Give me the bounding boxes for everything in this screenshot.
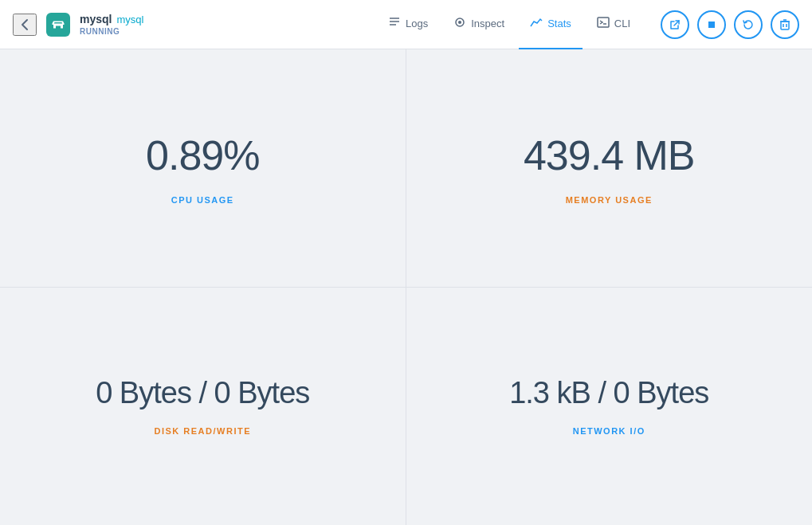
memory-usage-cell: 439.4 MB MEMORY USAGE — [406, 49, 813, 288]
open-button[interactable] — [661, 10, 689, 39]
main-content: 0.89% CPU USAGE 439.4 MB MEMORY USAGE 0 … — [0, 49, 812, 525]
cli-icon — [597, 17, 610, 30]
header: mysql mysql RUNNING Logs — [0, 0, 812, 49]
svg-rect-8 — [781, 22, 789, 29]
disk-rw-value: 0 Bytes / 0 Bytes — [96, 376, 309, 410]
svg-rect-7 — [708, 22, 715, 28]
network-io-value: 1.3 kB / 0 Bytes — [509, 376, 708, 410]
network-io-cell: 1.3 kB / 0 Bytes NETWORK I/O — [406, 288, 813, 526]
delete-button[interactable] — [771, 10, 799, 39]
tab-inspect[interactable]: Inspect — [442, 0, 516, 49]
back-button[interactable] — [13, 14, 37, 36]
memory-usage-label: MEMORY USAGE — [566, 195, 653, 205]
inspect-icon — [453, 17, 466, 30]
tab-logs[interactable]: Logs — [377, 0, 439, 49]
stats-icon — [530, 17, 543, 30]
restart-button[interactable] — [734, 10, 763, 39]
tab-cli[interactable]: CLI — [586, 0, 641, 49]
disk-rw-label: DISK READ/WRITE — [155, 426, 252, 436]
tab-stats[interactable]: Stats — [519, 0, 583, 49]
nav-tabs: Logs Inspect Stats — [377, 0, 641, 49]
stop-button[interactable] — [697, 10, 726, 39]
container-info: mysql mysql RUNNING — [80, 13, 143, 36]
action-buttons — [661, 10, 799, 39]
network-io-label: NETWORK I/O — [573, 426, 645, 436]
cpu-usage-value: 0.89% — [146, 131, 259, 179]
logs-icon — [388, 17, 401, 30]
container-name-tag: mysql — [116, 14, 143, 25]
svg-point-4 — [458, 21, 461, 24]
tab-logs-label: Logs — [406, 18, 428, 29]
disk-rw-cell: 0 Bytes / 0 Bytes DISK READ/WRITE — [0, 288, 406, 526]
tab-stats-label: Stats — [547, 18, 571, 29]
container-icon — [46, 13, 70, 37]
tab-cli-label: CLI — [614, 18, 630, 29]
memory-usage-value: 439.4 MB — [524, 131, 695, 179]
tab-inspect-label: Inspect — [471, 18, 504, 29]
cpu-usage-cell: 0.89% CPU USAGE — [0, 49, 406, 288]
cpu-usage-label: CPU USAGE — [171, 195, 234, 205]
container-status: RUNNING — [80, 27, 143, 36]
container-name-main: mysql — [80, 13, 112, 25]
